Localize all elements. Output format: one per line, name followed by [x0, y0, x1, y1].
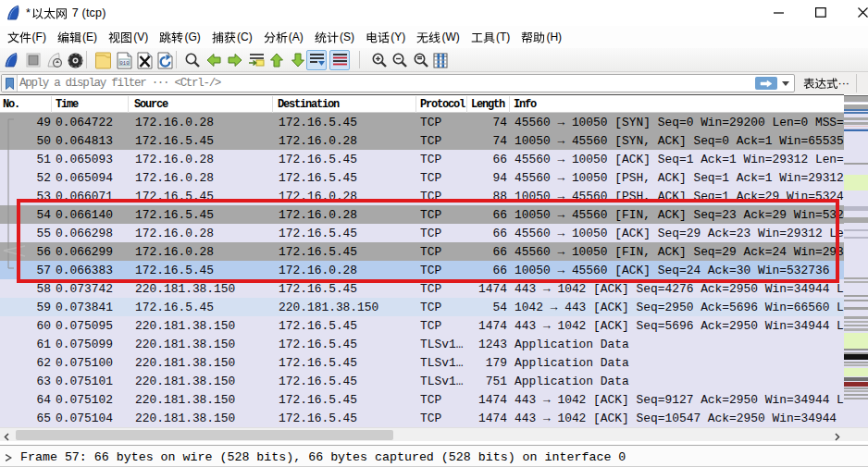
svg-text:010: 010 [119, 59, 129, 66]
